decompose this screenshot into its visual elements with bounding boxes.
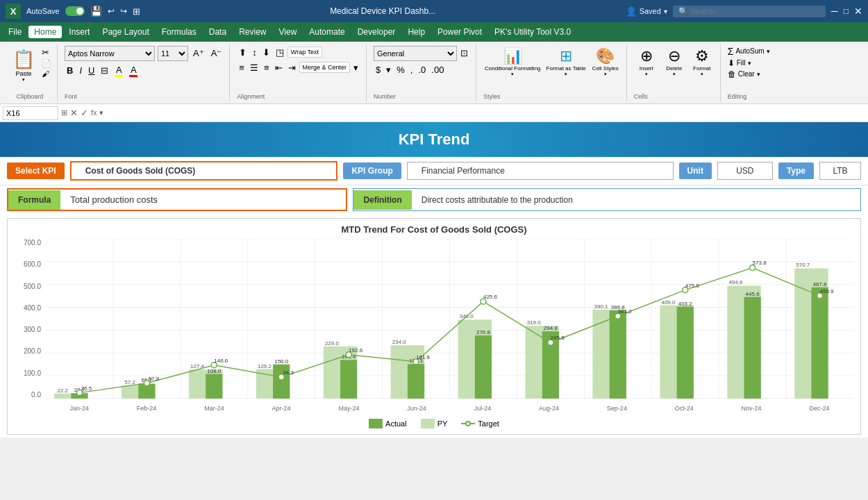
underline-btn[interactable]: U	[86, 64, 97, 77]
delete-cells-btn[interactable]: ⊖ Delete ▾	[662, 46, 687, 78]
maximize-btn[interactable]: □	[844, 6, 849, 16]
menu-formulas[interactable]: Formulas	[156, 26, 202, 38]
formula-box: Formula Total production costs	[7, 188, 347, 211]
menu-view[interactable]: View	[274, 26, 303, 38]
kpi-value[interactable]: Cost of Goods Sold (COGS)	[70, 161, 338, 181]
definition-value: Direct costs attributable to the product…	[412, 190, 583, 210]
search-icon: 🔍	[678, 7, 688, 16]
legend-py: PY	[421, 419, 448, 428]
kpi-group-value: Financial Performance	[407, 162, 674, 180]
orientation-btn[interactable]: ◳	[274, 46, 286, 59]
formula-tag: Formula	[8, 190, 60, 210]
menu-utility-tool[interactable]: PK's Utility Tool V3.0	[489, 26, 576, 38]
chart-title: MTD Trend For Cost of Goods Sold (COGS)	[15, 224, 853, 235]
merge-center-btn[interactable]: Merge & Center	[299, 62, 351, 73]
type-value: LTB	[819, 162, 861, 180]
clear-icon: 🗑	[728, 69, 736, 79]
chart-area: MTD Trend For Cost of Goods Sold (COGS) …	[7, 218, 861, 435]
cells-label: Cells	[634, 93, 715, 100]
wrap-text-btn[interactable]: Wrap Text	[287, 47, 322, 58]
menu-insert[interactable]: Insert	[63, 26, 95, 38]
align-center-btn[interactable]: ☰	[248, 61, 260, 74]
insert-function-icon[interactable]: fx ▾	[91, 108, 103, 117]
grid-icon[interactable]: ⊞	[133, 6, 140, 17]
user-icon: 👤	[626, 6, 637, 17]
menu-review[interactable]: Review	[233, 26, 272, 38]
autosum-chevron[interactable]: ▾	[767, 48, 770, 55]
align-right-btn[interactable]: ≡	[262, 61, 272, 74]
increase-indent-btn[interactable]: ⇥	[286, 61, 298, 74]
cell-reference-box[interactable]	[3, 106, 58, 120]
number-format-select[interactable]: General	[374, 46, 457, 61]
align-left-btn[interactable]: ≡	[237, 61, 247, 74]
expand-formula-icon[interactable]: ⊞	[61, 108, 67, 117]
font-size-select[interactable]: 11	[158, 46, 188, 61]
alignment-label: Alignment	[237, 93, 360, 100]
menu-power-pivot[interactable]: Power Pivot	[432, 26, 487, 38]
increase-decimal-btn[interactable]: .00	[429, 63, 446, 76]
align-middle-btn[interactable]: ↕	[250, 46, 259, 59]
menu-automate[interactable]: Automate	[303, 26, 350, 38]
cancel-formula-icon[interactable]: ✕	[70, 108, 78, 118]
formula-input[interactable]	[106, 108, 865, 119]
undo-icon[interactable]: ↩	[108, 6, 115, 16]
font-family-select[interactable]: Aptos Narrow	[65, 46, 155, 61]
decrease-font-btn[interactable]: A⁻	[209, 47, 224, 60]
search-input[interactable]	[691, 7, 816, 15]
minimize-btn[interactable]: ─	[831, 6, 838, 17]
conditional-formatting-btn[interactable]: 📊 Conditional Formatting ▾	[483, 46, 542, 78]
type-label: Type	[778, 162, 814, 179]
kpi-group-label: KPI Group	[343, 162, 401, 179]
cut-button[interactable]: ✂	[42, 47, 51, 58]
editing-label: Editing	[728, 93, 770, 100]
select-kpi-label: Select KPI	[7, 162, 65, 179]
fill-icon: ⬇	[728, 58, 735, 68]
search-box[interactable]: 🔍	[673, 6, 826, 17]
fill-chevron[interactable]: ▾	[748, 60, 751, 67]
decrease-decimal-btn[interactable]: .0	[416, 63, 428, 76]
definition-box: Definition Direct costs attributable to …	[353, 188, 861, 211]
confirm-formula-icon[interactable]: ✓	[81, 108, 88, 118]
increase-font-btn[interactable]: A⁺	[191, 47, 206, 60]
definition-tag: Definition	[353, 190, 411, 210]
legend-actual: Actual	[369, 419, 407, 428]
redo-icon[interactable]: ↪	[120, 6, 127, 16]
styles-label: Styles	[483, 93, 621, 100]
decrease-indent-btn[interactable]: ⇤	[273, 61, 285, 74]
format-as-table-btn[interactable]: ⊞ Format as Table ▾	[545, 46, 587, 78]
save-icon[interactable]: 💾	[90, 6, 102, 17]
align-top-btn[interactable]: ⬆	[237, 46, 249, 59]
paste-button[interactable]: 📋 Paste ▾	[8, 46, 39, 85]
format-painter-button[interactable]: 🖌	[42, 69, 51, 78]
font-label: Font	[65, 93, 224, 100]
border-btn[interactable]: ⊟	[99, 64, 110, 77]
currency-btn[interactable]: $	[374, 63, 383, 76]
clear-chevron[interactable]: ▾	[757, 71, 760, 78]
number-format-expand[interactable]: ⊡	[458, 47, 470, 60]
merge-chevron[interactable]: ▾	[351, 61, 360, 74]
menu-developer[interactable]: Developer	[352, 26, 401, 38]
percent-btn[interactable]: %	[394, 63, 407, 76]
close-btn[interactable]: ✕	[854, 6, 862, 17]
fill-color-btn[interactable]: A	[112, 63, 125, 78]
menu-page-layout[interactable]: Page Layout	[97, 26, 154, 38]
align-bottom-btn[interactable]: ⬇	[260, 46, 272, 59]
menu-data[interactable]: Data	[203, 26, 232, 38]
font-color-btn[interactable]: A	[127, 63, 140, 78]
italic-btn[interactable]: I	[77, 64, 84, 77]
cell-styles-btn[interactable]: 🎨 Cell Styles ▾	[590, 46, 621, 78]
bold-btn[interactable]: B	[65, 64, 75, 77]
currency-chevron[interactable]: ▾	[384, 63, 393, 76]
unit-value: USD	[717, 162, 773, 180]
menu-file[interactable]: File	[3, 26, 27, 38]
format-cells-btn[interactable]: ⚙ Format ▾	[690, 46, 715, 78]
autosave-toggle[interactable]	[65, 6, 85, 16]
insert-cells-btn[interactable]: ⊕ Insert ▾	[634, 46, 659, 78]
sigma-icon: Σ	[728, 46, 734, 57]
clipboard-label: Clipboard	[17, 93, 44, 100]
comma-btn[interactable]: ,	[408, 63, 415, 76]
menu-help[interactable]: Help	[402, 26, 431, 38]
copy-button[interactable]: 📄	[42, 59, 51, 68]
menu-home[interactable]: Home	[28, 26, 62, 38]
saved-chevron[interactable]: ▾	[664, 8, 667, 15]
